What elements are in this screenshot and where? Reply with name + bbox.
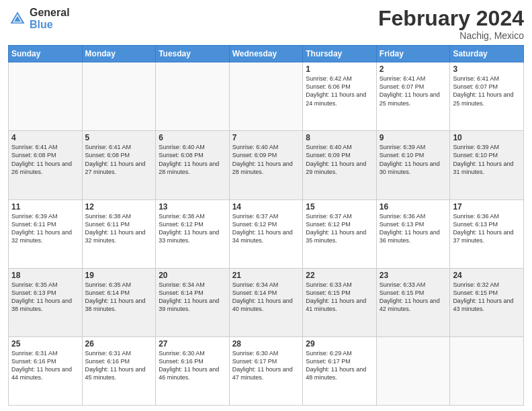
day-info: Sunrise: 6:42 AMSunset: 6:06 PMDaylight:… xyxy=(306,75,373,107)
day-number: 10 xyxy=(453,133,521,142)
day-info: Sunrise: 6:30 AMSunset: 6:16 PMDaylight:… xyxy=(159,349,226,382)
day-info: Sunrise: 6:39 AMSunset: 6:10 PMDaylight:… xyxy=(453,143,521,176)
day-number: 17 xyxy=(453,202,521,212)
logo-general: General xyxy=(30,7,70,19)
day-info: Sunrise: 6:37 AMSunset: 6:12 PMDaylight:… xyxy=(232,212,300,245)
calendar-week-row: 11Sunrise: 6:39 AMSunset: 6:11 PMDayligh… xyxy=(9,199,524,268)
calendar-table: SundayMondayTuesdayWednesdayThursdayFrid… xyxy=(8,45,524,406)
calendar-cell xyxy=(450,336,524,405)
day-info: Sunrise: 6:29 AMSunset: 6:17 PMDaylight:… xyxy=(306,349,373,382)
logo-blue: Blue xyxy=(30,19,70,31)
day-number: 15 xyxy=(306,202,373,212)
weekday-header-sunday: Sunday xyxy=(9,46,83,62)
day-info: Sunrise: 6:32 AMSunset: 6:15 PMDaylight:… xyxy=(453,281,521,314)
calendar-cell: 20Sunrise: 6:34 AMSunset: 6:14 PMDayligh… xyxy=(156,268,230,336)
day-number: 19 xyxy=(85,271,153,280)
weekday-header-wednesday: Wednesday xyxy=(229,46,303,62)
day-number: 4 xyxy=(11,133,79,142)
day-info: Sunrise: 6:39 AMSunset: 6:11 PMDaylight:… xyxy=(11,212,79,245)
day-info: Sunrise: 6:33 AMSunset: 6:15 PMDaylight:… xyxy=(380,281,447,314)
day-number: 5 xyxy=(85,133,153,142)
calendar-cell: 14Sunrise: 6:37 AMSunset: 6:12 PMDayligh… xyxy=(229,199,303,268)
calendar-week-row: 25Sunrise: 6:31 AMSunset: 6:16 PMDayligh… xyxy=(9,336,524,405)
day-info: Sunrise: 6:41 AMSunset: 6:07 PMDaylight:… xyxy=(453,75,521,107)
day-info: Sunrise: 6:35 AMSunset: 6:14 PMDaylight:… xyxy=(85,281,153,314)
logo: General Blue xyxy=(8,7,70,30)
day-info: Sunrise: 6:41 AMSunset: 6:07 PMDaylight:… xyxy=(380,75,447,107)
day-number: 28 xyxy=(232,339,300,349)
calendar-cell: 27Sunrise: 6:30 AMSunset: 6:16 PMDayligh… xyxy=(156,336,230,405)
day-info: Sunrise: 6:36 AMSunset: 6:13 PMDaylight:… xyxy=(453,212,521,245)
calendar-cell: 22Sunrise: 6:33 AMSunset: 6:15 PMDayligh… xyxy=(303,268,377,336)
day-info: Sunrise: 6:40 AMSunset: 6:09 PMDaylight:… xyxy=(232,143,300,176)
calendar-cell xyxy=(82,62,156,131)
day-info: Sunrise: 6:30 AMSunset: 6:17 PMDaylight:… xyxy=(232,349,300,382)
day-number: 14 xyxy=(232,202,300,212)
day-number: 11 xyxy=(11,202,79,212)
calendar-cell: 11Sunrise: 6:39 AMSunset: 6:11 PMDayligh… xyxy=(9,199,83,268)
day-info: Sunrise: 6:41 AMSunset: 6:08 PMDaylight:… xyxy=(85,143,153,176)
day-number: 25 xyxy=(11,339,79,349)
calendar-cell xyxy=(376,336,450,405)
month-title: February 2024 xyxy=(378,7,524,30)
calendar-cell: 7Sunrise: 6:40 AMSunset: 6:09 PMDaylight… xyxy=(229,131,303,199)
weekday-header-tuesday: Tuesday xyxy=(156,46,230,62)
day-info: Sunrise: 6:39 AMSunset: 6:10 PMDaylight:… xyxy=(380,143,447,176)
calendar-cell: 18Sunrise: 6:35 AMSunset: 6:13 PMDayligh… xyxy=(9,268,83,336)
day-info: Sunrise: 6:34 AMSunset: 6:14 PMDaylight:… xyxy=(232,281,300,314)
day-number: 24 xyxy=(453,271,521,280)
day-info: Sunrise: 6:34 AMSunset: 6:14 PMDaylight:… xyxy=(159,281,226,314)
day-info: Sunrise: 6:38 AMSunset: 6:12 PMDaylight:… xyxy=(159,212,226,245)
day-number: 7 xyxy=(232,133,300,142)
header-right: February 2024 Nachig, Mexico xyxy=(378,7,524,41)
day-number: 8 xyxy=(306,133,373,142)
calendar-cell: 8Sunrise: 6:40 AMSunset: 6:09 PMDaylight… xyxy=(303,131,377,199)
calendar-cell: 12Sunrise: 6:38 AMSunset: 6:11 PMDayligh… xyxy=(82,199,156,268)
calendar-cell: 9Sunrise: 6:39 AMSunset: 6:10 PMDaylight… xyxy=(376,131,450,199)
day-number: 1 xyxy=(306,64,373,74)
day-number: 22 xyxy=(306,271,373,280)
day-number: 26 xyxy=(85,339,153,349)
calendar-cell: 25Sunrise: 6:31 AMSunset: 6:16 PMDayligh… xyxy=(9,336,83,405)
calendar-cell: 1Sunrise: 6:42 AMSunset: 6:06 PMDaylight… xyxy=(303,62,377,131)
calendar-cell: 6Sunrise: 6:40 AMSunset: 6:08 PMDaylight… xyxy=(156,131,230,199)
calendar-cell: 24Sunrise: 6:32 AMSunset: 6:15 PMDayligh… xyxy=(450,268,524,336)
location: Nachig, Mexico xyxy=(378,30,524,41)
day-number: 20 xyxy=(159,271,226,280)
day-number: 21 xyxy=(232,271,300,280)
day-info: Sunrise: 6:31 AMSunset: 6:16 PMDaylight:… xyxy=(85,349,153,382)
calendar-cell: 19Sunrise: 6:35 AMSunset: 6:14 PMDayligh… xyxy=(82,268,156,336)
calendar-week-row: 18Sunrise: 6:35 AMSunset: 6:13 PMDayligh… xyxy=(9,268,524,336)
day-info: Sunrise: 6:36 AMSunset: 6:13 PMDaylight:… xyxy=(380,212,447,245)
weekday-header-friday: Friday xyxy=(376,46,450,62)
weekday-header-thursday: Thursday xyxy=(303,46,377,62)
calendar-cell: 26Sunrise: 6:31 AMSunset: 6:16 PMDayligh… xyxy=(82,336,156,405)
day-number: 12 xyxy=(85,202,153,212)
day-info: Sunrise: 6:40 AMSunset: 6:09 PMDaylight:… xyxy=(306,143,373,176)
calendar-cell: 21Sunrise: 6:34 AMSunset: 6:14 PMDayligh… xyxy=(229,268,303,336)
calendar-cell: 3Sunrise: 6:41 AMSunset: 6:07 PMDaylight… xyxy=(450,62,524,131)
day-info: Sunrise: 6:41 AMSunset: 6:08 PMDaylight:… xyxy=(11,143,79,176)
calendar-cell: 17Sunrise: 6:36 AMSunset: 6:13 PMDayligh… xyxy=(450,199,524,268)
logo-text: General Blue xyxy=(30,7,70,30)
day-number: 9 xyxy=(380,133,447,142)
page: General Blue February 2024 Nachig, Mexic… xyxy=(0,0,532,411)
calendar-cell: 15Sunrise: 6:37 AMSunset: 6:12 PMDayligh… xyxy=(303,199,377,268)
day-number: 13 xyxy=(159,202,226,212)
calendar-cell: 5Sunrise: 6:41 AMSunset: 6:08 PMDaylight… xyxy=(82,131,156,199)
day-number: 27 xyxy=(159,339,226,349)
weekday-header-monday: Monday xyxy=(82,46,156,62)
calendar-cell: 23Sunrise: 6:33 AMSunset: 6:15 PMDayligh… xyxy=(376,268,450,336)
day-info: Sunrise: 6:37 AMSunset: 6:12 PMDaylight:… xyxy=(306,212,373,245)
calendar-cell xyxy=(229,62,303,131)
day-number: 29 xyxy=(306,339,373,349)
day-number: 3 xyxy=(453,64,521,74)
header: General Blue February 2024 Nachig, Mexic… xyxy=(8,7,524,41)
weekday-header-row: SundayMondayTuesdayWednesdayThursdayFrid… xyxy=(9,46,524,62)
calendar-cell xyxy=(9,62,83,131)
day-info: Sunrise: 6:31 AMSunset: 6:16 PMDaylight:… xyxy=(11,349,79,382)
day-info: Sunrise: 6:35 AMSunset: 6:13 PMDaylight:… xyxy=(11,281,79,314)
generalblue-logo-icon xyxy=(8,9,27,28)
calendar-cell: 13Sunrise: 6:38 AMSunset: 6:12 PMDayligh… xyxy=(156,199,230,268)
calendar-week-row: 4Sunrise: 6:41 AMSunset: 6:08 PMDaylight… xyxy=(9,131,524,199)
